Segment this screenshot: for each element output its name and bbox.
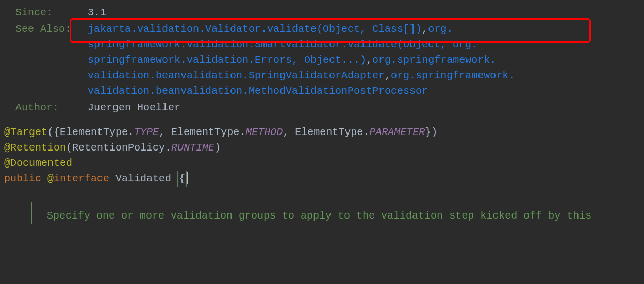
javadoc-link[interactable]: validation.beanvalidation.MethodValidati… bbox=[88, 85, 428, 97]
comment-text: Specify one or more validation groups to… bbox=[47, 202, 591, 224]
code-line-documented: @Documented bbox=[4, 156, 644, 171]
see-also-value: jakarta.validation.Validator.validate(Ob… bbox=[88, 22, 644, 99]
javadoc-comment-block: Specify one or more validation groups to… bbox=[31, 202, 644, 224]
javadoc-link[interactable]: jakarta.validation.Validator.validate(Ob… bbox=[88, 23, 422, 35]
since-label: Since: bbox=[15, 5, 88, 21]
author-value: Juergen Hoeller bbox=[88, 100, 644, 115]
annotation-documented: @Documented bbox=[4, 157, 72, 169]
author-row: Author: Juergen Hoeller bbox=[15, 100, 644, 115]
caret-brace: { bbox=[177, 171, 187, 187]
see-also-label: See Also: bbox=[15, 22, 88, 99]
javadoc-link[interactable]: org.springframework. bbox=[372, 54, 496, 66]
javadoc-link[interactable]: springframework.validation.SmartValidato… bbox=[88, 39, 477, 51]
javadoc-link[interactable]: org.springframework. bbox=[391, 70, 515, 81]
since-row: Since: 3.1 bbox=[15, 5, 644, 21]
code-line-retention: @Retention(RetentionPolicy.RUNTIME) bbox=[4, 140, 644, 156]
javadoc-link[interactable]: org. bbox=[428, 23, 453, 35]
see-also-row: See Also: jakarta.validation.Validator.v… bbox=[15, 22, 644, 99]
javadoc-link[interactable]: validation.beanvalidation.SpringValidato… bbox=[88, 70, 385, 81]
since-value: 3.1 bbox=[88, 5, 644, 21]
comment-gutter-bar bbox=[31, 202, 32, 224]
annotation-retention: @Retention bbox=[4, 142, 66, 154]
code-line-declaration: public @interface Validated { bbox=[4, 171, 644, 187]
code-block[interactable]: @Target({ElementType.TYPE, ElementType.M… bbox=[0, 125, 644, 187]
code-line-target: @Target({ElementType.TYPE, ElementType.M… bbox=[4, 125, 644, 140]
author-label: Author: bbox=[15, 100, 88, 115]
text-cursor bbox=[187, 172, 188, 184]
annotation-target: @Target bbox=[4, 126, 47, 138]
javadoc-link[interactable]: springframework.validation.Errors, Objec… bbox=[88, 54, 366, 66]
